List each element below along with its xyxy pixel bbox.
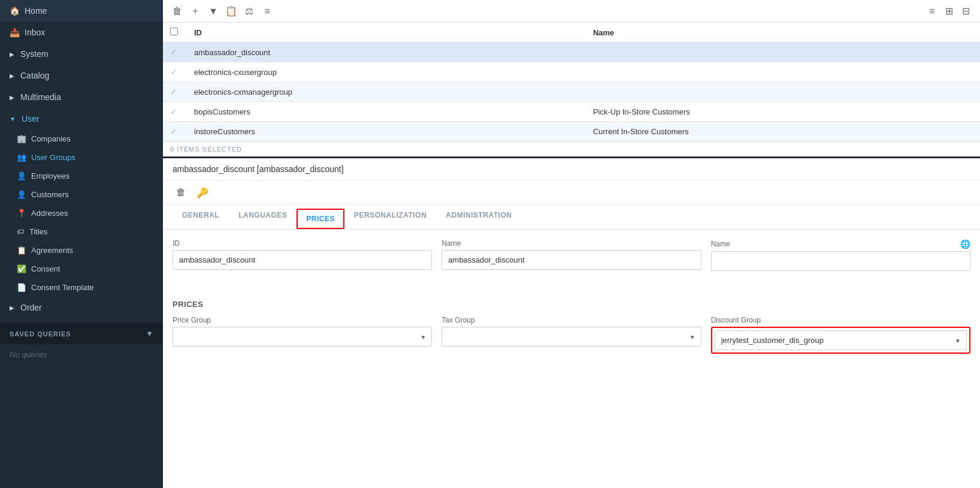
price-group-select[interactable]	[173, 327, 432, 347]
titles-icon: 🏷	[17, 227, 25, 236]
tab-personalization[interactable]: PERSONALIZATION	[344, 205, 436, 229]
discount-group-select[interactable]: jerrytest_customer_dis_group	[715, 330, 967, 350]
row-check: ✓	[163, 43, 187, 62]
id-field: ID	[173, 239, 432, 270]
sidebar-item-agreements[interactable]: 📋 Agreements	[0, 241, 163, 260]
detail-actions: 🗑 🔑	[163, 180, 980, 205]
home-icon: 🏠	[10, 6, 20, 16]
main-content: 🗑 ＋ ▼ 📋 ⚖ ≡ ≡ ⊞ ⊟ ID Name	[163, 0, 980, 488]
discount-group-select-wrapper: jerrytest_customer_dis_group	[715, 330, 967, 350]
row-name	[586, 62, 980, 82]
tab-administration[interactable]: ADMINISTRATION	[436, 205, 521, 229]
sidebar-item-consent-template[interactable]: 📄 Consent Template	[0, 278, 163, 297]
row-id: electronics-cxusergroup	[187, 62, 586, 82]
id-label: ID	[173, 239, 432, 248]
sidebar-item-titles[interactable]: 🏷 Titles	[0, 222, 163, 241]
discount-group-label: Discount Group	[711, 316, 970, 324]
tax-group-select-wrapper	[441, 327, 701, 347]
view-list-icon[interactable]: ≡	[925, 4, 939, 19]
tab-prices[interactable]: PRICES	[297, 209, 344, 229]
detail-section: ambassador_discount [ambassador_discount…	[163, 158, 980, 488]
tab-languages[interactable]: LANGUAGES	[229, 205, 297, 229]
name-label: Name	[441, 239, 701, 248]
sidebar-item-label: Consent Template	[31, 283, 94, 292]
sidebar-item-label: User	[22, 114, 40, 123]
globe-icon: 🌐	[960, 239, 970, 249]
detail-title: ambassador_discount [ambassador_discount…	[173, 164, 344, 174]
sidebar-item-order[interactable]: ▶ Order	[0, 297, 163, 318]
sidebar: 🏠 Home 📥 Inbox ▶ System ▶ Catalog ▶ Mult…	[0, 0, 163, 488]
usergroups-icon: 👥	[17, 153, 26, 162]
id-input[interactable]	[173, 250, 432, 270]
sidebar-item-home[interactable]: 🏠 Home	[0, 0, 163, 22]
sidebar-item-system[interactable]: ▶ System	[0, 43, 163, 65]
copy-icon[interactable]: 📋	[224, 4, 238, 19]
discount-group-field: Discount Group jerrytest_customer_dis_gr…	[711, 316, 970, 354]
sidebar-item-multimedia[interactable]: ▶ Multimedia	[0, 86, 163, 108]
list-icon[interactable]: ≡	[260, 4, 274, 19]
consent-template-icon: 📄	[17, 283, 26, 292]
tax-group-select[interactable]	[441, 327, 701, 347]
sidebar-item-inbox[interactable]: 📥 Inbox	[0, 22, 163, 43]
table-row[interactable]: ✓ instoreCustomers Current In-Store Cust…	[163, 122, 980, 141]
sidebar-item-label: Inbox	[25, 28, 45, 37]
row-name: Current In-Store Customers	[586, 122, 980, 141]
saved-queries-empty: No queries	[0, 344, 163, 365]
table-row[interactable]: ✓ electronics-cxusergroup	[163, 62, 980, 82]
table-row[interactable]: ✓ electronics-cxmanagergroup	[163, 82, 980, 102]
view-grid-icon[interactable]: ⊞	[942, 4, 956, 19]
companies-icon: 🏢	[17, 134, 26, 143]
sidebar-item-addresses[interactable]: 📍 Addresses	[0, 204, 163, 222]
sidebar-item-label: System	[20, 49, 49, 59]
add-icon[interactable]: ＋	[188, 4, 202, 19]
sidebar-item-consent[interactable]: ✅ Consent	[0, 260, 163, 278]
detail-delete-icon[interactable]: 🗑	[173, 184, 189, 201]
arrow-icon: ▶	[10, 305, 14, 311]
sidebar-item-label: Employees	[31, 171, 69, 180]
sidebar-item-label: Catalog	[20, 71, 49, 80]
row-check: ✓	[163, 82, 187, 102]
view-columns-icon[interactable]: ⊟	[958, 4, 973, 19]
row-check: ✓	[163, 102, 187, 122]
name-field: Name	[441, 239, 701, 270]
prices-section: PRICES Price Group Tax Group	[163, 290, 980, 373]
row-id: ambassador_discount	[187, 43, 586, 62]
name2-input[interactable]	[711, 251, 970, 271]
row-check: ✓	[163, 62, 187, 82]
user-groups-list: ID Name ✓ ambassador_discount ✓ electron…	[163, 23, 980, 158]
checkbox-col-header[interactable]	[163, 23, 187, 43]
arrow-icon: ▼	[10, 116, 16, 122]
sidebar-item-user-groups[interactable]: 👥 User Groups	[0, 148, 163, 167]
table-row[interactable]: ✓ ambassador_discount	[163, 43, 980, 62]
table-row[interactable]: ✓ bopisCustomers Pick-Up In-Store Custom…	[163, 102, 980, 122]
name2-label: Name	[711, 240, 730, 248]
detail-settings-icon[interactable]: 🔑	[194, 184, 211, 201]
delete-icon[interactable]: 🗑	[170, 4, 184, 19]
form-section: ID Name Name 🌐	[163, 230, 980, 290]
sidebar-item-catalog[interactable]: ▶ Catalog	[0, 65, 163, 86]
discount-group-highlight: jerrytest_customer_dis_group	[711, 327, 970, 354]
sidebar-item-user[interactable]: ▼ User	[0, 108, 163, 129]
row-id: bopisCustomers	[187, 102, 586, 122]
addresses-icon: 📍	[17, 209, 26, 218]
agreements-icon: 📋	[17, 246, 26, 255]
prices-row: Price Group Tax Group	[173, 316, 970, 354]
price-group-label: Price Group	[173, 316, 432, 324]
select-all-checkbox[interactable]	[170, 28, 178, 35]
sidebar-item-label: Titles	[29, 227, 48, 236]
sidebar-item-companies[interactable]: 🏢 Companies	[0, 129, 163, 148]
row-name	[586, 43, 980, 62]
sidebar-item-label: Order	[20, 303, 42, 312]
name-input[interactable]	[441, 250, 701, 270]
tab-general[interactable]: GENERAL	[173, 205, 229, 229]
sidebar-item-label: Multimedia	[20, 92, 61, 102]
dropdown-icon[interactable]: ▼	[206, 4, 220, 19]
tax-group-label: Tax Group	[441, 316, 701, 324]
price-group-field: Price Group	[173, 316, 432, 347]
detail-tabs: GENERAL LANGUAGES PRICES PERSONALIZATION…	[163, 205, 980, 230]
sidebar-item-employees[interactable]: 👤 Employees	[0, 167, 163, 185]
filter-icon[interactable]: ▼	[146, 329, 153, 338]
row-name	[586, 82, 980, 102]
sidebar-item-customers[interactable]: 👤 Customers	[0, 185, 163, 204]
balance-icon[interactable]: ⚖	[242, 4, 256, 19]
